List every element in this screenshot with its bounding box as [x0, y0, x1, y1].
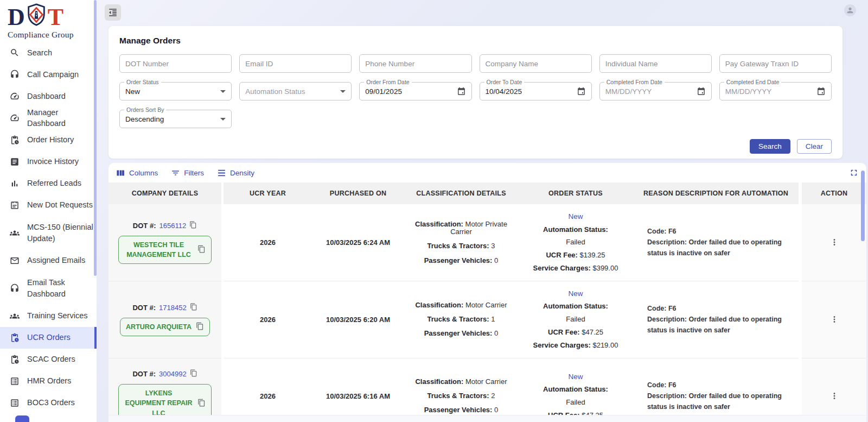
- filter-field-company-name: [480, 54, 592, 73]
- toolbar-filters-button[interactable]: Filters: [171, 168, 204, 178]
- sidebar-item-scac-orders[interactable]: SCAC Orders: [0, 349, 97, 370]
- copy-icon: [190, 303, 197, 311]
- sidebar-scrollbar[interactable]: [94, 0, 97, 276]
- sidebar-menu: Search Call Campaign Dashboard Manager D…: [0, 42, 97, 414]
- brand-logo: D T Compliance Group: [0, 0, 97, 42]
- filter-actions: Search Clear: [119, 139, 832, 154]
- sidebar-item-mcs-150-biennial-update[interactable]: MCS-150 (Biennial Update): [0, 216, 97, 250]
- dot-number-label: DOT #:: [132, 370, 156, 378]
- filter-field-completed-end-date[interactable]: Completed End Date MM/DD/YYYY: [719, 82, 832, 100]
- phone-number-input[interactable]: [365, 60, 465, 68]
- filter-field-automation-status[interactable]: Automation Status: [239, 82, 352, 100]
- collapse-sidebar-button[interactable]: [105, 4, 121, 21]
- toolbar-columns-button[interactable]: Columns: [116, 168, 158, 178]
- table-icon: [10, 376, 20, 386]
- filter-field-order-from-date[interactable]: Order From Date 09/01/2025: [359, 82, 471, 100]
- table-vertical-scrollbar[interactable]: [861, 171, 865, 241]
- sidebar-item-ucr-orders[interactable]: UCR Orders: [0, 327, 97, 349]
- logo-letter-d: D: [8, 7, 25, 28]
- sidebar-item-manager-dashboard[interactable]: Manager Dashboard: [0, 107, 97, 129]
- sidebar-item-label: MCS-150 (Biennial Update): [27, 222, 93, 244]
- copy-dot-button[interactable]: [189, 221, 197, 230]
- copy-dot-button[interactable]: [190, 369, 197, 379]
- filter-lines-icon: [171, 168, 180, 178]
- search-icon: [10, 48, 20, 58]
- company-name-badge[interactable]: WESTECH TILE MANAGEMENT LLC: [118, 236, 212, 264]
- person-icon: [846, 6, 854, 15]
- filter-field-completed-from-date[interactable]: Completed From Date MM/DD/YYYY: [599, 82, 712, 100]
- row-action-menu-button[interactable]: [802, 358, 866, 422]
- row-action-menu-button[interactable]: [802, 204, 866, 281]
- sidebar-item-new-dot-requests[interactable]: New Dot Requests: [0, 194, 97, 216]
- sidebar-item-assigned-emails[interactable]: Assigned Emails: [0, 250, 97, 272]
- email-id-input[interactable]: [245, 60, 346, 68]
- dot-number-link[interactable]: 3004992: [159, 370, 187, 378]
- clear-button[interactable]: Clear: [797, 139, 832, 154]
- copy-company-button[interactable]: [197, 399, 206, 408]
- dot-number-link[interactable]: 1656112: [159, 222, 186, 230]
- pay-gateway-traxn-id-input[interactable]: [725, 60, 826, 68]
- fullscreen-button[interactable]: [849, 168, 859, 178]
- reason-cell: Code: F6Description: Order failed due to…: [633, 204, 799, 281]
- main-content: Manage Orders Order Status New Automatio…: [97, 0, 868, 422]
- sidebar-item-email-task-dashboard[interactable]: Email Task Dashboard: [0, 272, 97, 305]
- headset-icon: [10, 284, 20, 293]
- sidebar-item-referred-leads[interactable]: Referred Leads: [0, 173, 97, 194]
- dot-number-input[interactable]: [125, 60, 226, 68]
- classification-cell: Classification: Motor CarrierTrucks & Tr…: [404, 281, 518, 358]
- more-vert-icon: [829, 391, 839, 401]
- sidebar-item-label: Training Services: [27, 310, 93, 321]
- company-name-badge[interactable]: ARTURO ARQUIETA: [120, 318, 210, 336]
- purchased-on-cell: 10/03/2025 6:20 AM: [312, 281, 404, 358]
- copy-company-button[interactable]: [196, 322, 204, 332]
- user-avatar[interactable]: [844, 4, 856, 16]
- row-action-menu-button[interactable]: [802, 281, 866, 358]
- dot-number-label: DOT #:: [132, 304, 156, 312]
- purchased-on-cell: 10/03/2025 6:16 AM: [312, 358, 404, 422]
- order-status-cell: New Automation Status:FailedUCR Fee: $47…: [518, 358, 633, 422]
- field-value: 10/04/2025: [486, 87, 573, 96]
- filter-field-orders-sort-by[interactable]: Orders Sort By Descending: [119, 110, 232, 128]
- sidebar-bottom-chip[interactable]: [15, 415, 29, 422]
- more-vert-icon: [829, 237, 839, 247]
- filter-field-order-to-date[interactable]: Order To Date 10/04/2025: [480, 82, 592, 100]
- copy-company-button[interactable]: [197, 245, 206, 255]
- bar-chart-icon: [10, 179, 20, 188]
- field-floating-label: Completed End Date: [724, 79, 781, 85]
- company-details-cell: DOT #: 1656112 WESTECH TILE MANAGEMENT L…: [108, 204, 221, 281]
- table-horizontal-scrollbar[interactable]: [108, 415, 866, 422]
- status-new-badge: New: [568, 212, 583, 221]
- ucr-year-cell: 2026: [224, 358, 312, 422]
- search-button[interactable]: Search: [750, 139, 790, 154]
- sidebar-item-label: Order History: [27, 134, 93, 145]
- reason-cell: Code: F6Description: Order failed due to…: [633, 358, 799, 422]
- sidebar-item-training-services[interactable]: Training Services: [0, 305, 97, 327]
- sidebar-item-dashboard[interactable]: Dashboard: [0, 85, 97, 107]
- copy-icon: [197, 399, 206, 407]
- copy-dot-button[interactable]: [190, 303, 197, 312]
- status-new-badge: New: [568, 373, 583, 381]
- company-name-input[interactable]: [486, 60, 586, 68]
- filter-field-order-status[interactable]: Order Status New: [119, 82, 232, 100]
- sidebar-item-invoice-history[interactable]: Invoice History: [0, 151, 97, 173]
- copy-icon: [190, 369, 197, 377]
- table-icon: [10, 398, 20, 408]
- toolbar-label: Columns: [129, 169, 158, 177]
- field-floating-label: Orders Sort By: [124, 106, 166, 113]
- sidebar-item-call-campaign[interactable]: Call Campaign: [0, 64, 97, 85]
- company-name: ARTURO ARQUIETA: [126, 322, 192, 332]
- copy-icon: [196, 322, 204, 330]
- sidebar-item-search[interactable]: Search: [0, 42, 97, 64]
- toolbar-density-button[interactable]: Density: [217, 168, 254, 178]
- individual-name-input[interactable]: [605, 60, 706, 68]
- sidebar-item-boc3-orders[interactable]: BOC3 Orders: [0, 392, 97, 414]
- order-status-cell: New Automation Status:FailedUCR Fee: $13…: [518, 204, 633, 281]
- filter-field-email-id: [239, 54, 352, 73]
- dot-number-label: DOT #:: [133, 222, 156, 230]
- dropdown-arrow-icon: [340, 90, 346, 93]
- dot-number-link[interactable]: 1718452: [159, 304, 187, 312]
- sidebar-item-hmr-orders[interactable]: HMR Orders: [0, 370, 97, 392]
- field-floating-label: Order From Date: [364, 79, 411, 85]
- sidebar-item-order-history[interactable]: Order History: [0, 129, 97, 151]
- filter-field-pay-gateway-traxn-id: [719, 54, 832, 73]
